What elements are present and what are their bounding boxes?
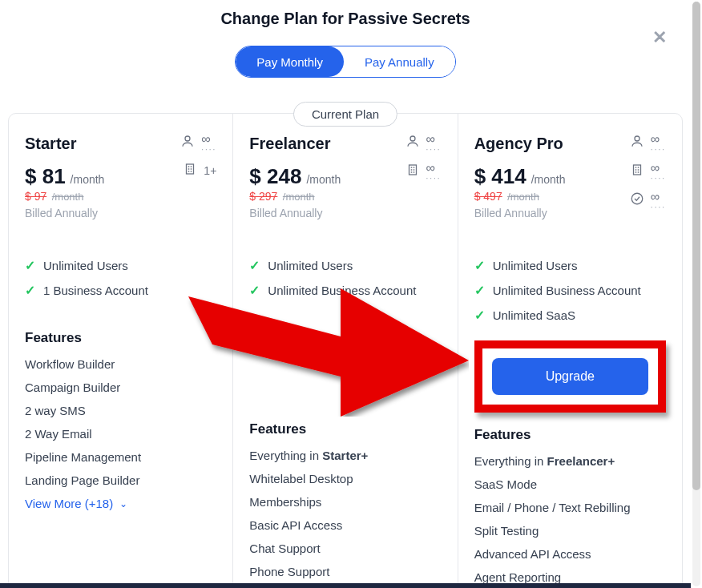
plan-meta-icons: ∞···· ∞···· ∞····: [630, 133, 666, 210]
feature-item: Everything in Starter+: [249, 449, 441, 462]
plan-old-per: /month: [507, 191, 539, 203]
building-icon: [630, 163, 644, 180]
user-icon: [405, 134, 420, 151]
plan-per: /month: [306, 173, 341, 186]
billed-annually: Billed Annually: [25, 207, 216, 219]
bullet-text: Unlimited Business Account: [268, 284, 416, 297]
check-icon: ✓: [25, 258, 35, 273]
bullet-row: ✓1 Business Account: [25, 283, 216, 298]
feature-item: Advanced API Access: [474, 547, 666, 561]
feature-item: Campaign Builder: [25, 381, 216, 394]
plan-price: $ 81: [25, 164, 66, 189]
feature-item: Everything in Freelancer+: [474, 454, 666, 468]
feature-item: Landing Page Builder: [25, 473, 216, 487]
upgrade-highlight: Upgrade: [474, 340, 666, 413]
plan-meta-icons: ∞···· 1+: [180, 133, 216, 179]
check-icon: ✓: [249, 283, 260, 298]
bottom-edge: [0, 583, 691, 588]
infinity-icon: ∞····: [426, 162, 442, 181]
bullet-text: Unlimited Users: [493, 259, 578, 272]
plan-old-price: $ 97: [25, 190, 46, 203]
infinity-icon: ∞····: [651, 162, 666, 181]
svg-point-6: [631, 193, 643, 204]
feature-item: Whitelabel Desktop: [249, 472, 441, 485]
plan-old-per: /month: [52, 191, 84, 203]
bullet-row: ✓Unlimited Users: [25, 258, 216, 273]
feature-item: SaaS Mode: [474, 477, 666, 491]
infinity-icon: ∞····: [651, 191, 666, 210]
chevron-down-icon: ⌄: [119, 498, 127, 509]
feature-item: Chat Support: [249, 542, 441, 555]
pricing-cards: ∞···· 1+ Starter $ 81 /month $ 97 /month…: [8, 113, 683, 586]
features-heading: Features: [249, 421, 441, 437]
bullet-row: ✓Unlimited Business Account: [474, 283, 666, 298]
view-more-link[interactable]: View More (+18) ⌄: [25, 497, 216, 510]
feature-item: Split Testing: [474, 524, 666, 538]
bullet-row: ✓Unlimited SaaS: [474, 308, 666, 323]
plan-per: /month: [71, 173, 105, 186]
check-icon: ✓: [249, 258, 260, 273]
infinity-icon: ∞····: [426, 133, 442, 152]
view-more-text: View More (+18): [25, 497, 113, 510]
bullet-row: ✓Unlimited Users: [249, 258, 441, 273]
building-icon: [183, 162, 197, 179]
feature-item: Memberships: [249, 495, 441, 509]
bullet-row: ✓Unlimited Business Account: [249, 283, 441, 298]
badge-1plus: 1+: [204, 164, 216, 177]
feature-item: Pipeline Management: [25, 450, 216, 464]
svg-rect-3: [409, 165, 416, 175]
plan-meta-icons: ∞···· ∞····: [405, 133, 442, 181]
page-title: Change Plan for Passive Secrets: [0, 10, 691, 28]
user-icon: [630, 134, 644, 151]
saas-icon: [630, 191, 644, 209]
bullet-text: Unlimited Users: [268, 259, 353, 272]
plan-old-price: $ 297: [249, 190, 277, 203]
current-plan-badge: Current Plan: [293, 102, 397, 127]
check-icon: ✓: [474, 258, 485, 273]
plan-price: $ 248: [249, 164, 301, 189]
check-icon: ✓: [474, 308, 485, 323]
infinity-icon: ∞····: [651, 133, 666, 152]
features-heading: Features: [25, 330, 216, 346]
plan-freelancer: ∞···· ∞···· Freelancer $ 248 /month $ 29…: [232, 114, 457, 586]
check-icon: ✓: [25, 283, 35, 298]
svg-point-2: [410, 136, 415, 141]
plan-agency-pro: ∞···· ∞···· ∞···· Agency Pro $ 414 /mont…: [458, 114, 682, 586]
billing-toggle: Pay Monthly Pay Annually: [235, 46, 455, 78]
feature-item: Agent Reporting: [474, 570, 666, 584]
building-icon: [405, 163, 420, 180]
plan-old-price: $ 497: [474, 190, 502, 203]
billed-annually: Billed Annually: [249, 207, 441, 219]
plan-price: $ 414: [474, 164, 526, 189]
svg-point-4: [635, 136, 639, 141]
feature-item: Email / Phone / Text Rebilling: [474, 501, 666, 514]
pay-monthly-tab[interactable]: Pay Monthly: [236, 46, 344, 77]
svg-rect-5: [633, 165, 640, 175]
infinity-icon: ∞····: [201, 133, 216, 152]
bullet-text: Unlimited SaaS: [493, 308, 575, 322]
check-icon: ✓: [474, 283, 485, 298]
plan-starter: ∞···· 1+ Starter $ 81 /month $ 97 /month…: [9, 114, 232, 586]
svg-point-0: [185, 136, 190, 141]
bullet-text: Unlimited Business Account: [493, 284, 641, 297]
feature-item: Workflow Builder: [25, 357, 216, 371]
feature-item: 2 Way Email: [25, 427, 216, 441]
bullet-row: ✓Unlimited Users: [474, 258, 666, 273]
scrollbar-thumb[interactable]: [692, 2, 700, 490]
feature-item: Basic API Access: [249, 518, 441, 532]
user-icon: [180, 134, 195, 151]
upgrade-button[interactable]: Upgrade: [492, 358, 648, 395]
plan-per: /month: [531, 173, 566, 186]
bullet-text: Unlimited Users: [43, 259, 128, 272]
pay-annually-tab[interactable]: Pay Annually: [344, 46, 455, 77]
close-icon[interactable]: ✕: [652, 27, 667, 48]
features-heading: Features: [474, 427, 666, 443]
bullet-text: 1 Business Account: [43, 284, 148, 297]
svg-rect-1: [187, 164, 194, 174]
feature-item: Phone Support: [249, 565, 441, 578]
plan-old-per: /month: [283, 191, 315, 203]
feature-item: 2 way SMS: [25, 404, 216, 417]
